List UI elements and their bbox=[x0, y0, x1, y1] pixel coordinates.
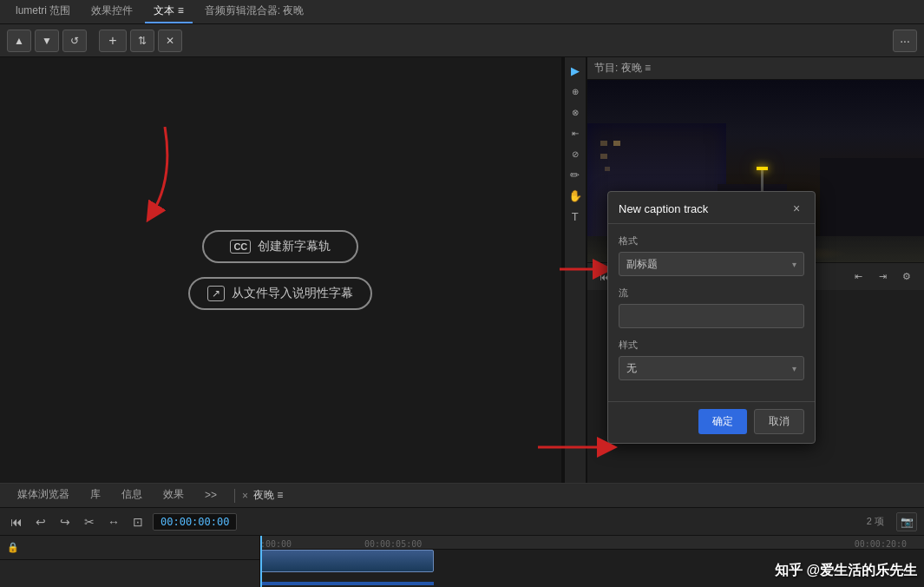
import-caption-button[interactable]: ↗ 从文件导入说明性字幕 bbox=[188, 277, 372, 310]
items-count: 2 项 bbox=[867, 515, 884, 528]
create-caption-label: 创建新字幕轨 bbox=[258, 239, 331, 254]
style-label: 样式 bbox=[619, 339, 804, 352]
format-dropdown[interactable]: 副标题 ▾ bbox=[619, 252, 804, 276]
up-button[interactable]: ▲ bbox=[7, 30, 31, 52]
dialog-header: New caption track × bbox=[608, 192, 815, 224]
ruler-mark-20: 00:00:20:0 bbox=[855, 536, 907, 550]
timeline-progress-bar bbox=[260, 582, 434, 585]
style-chevron-icon: ▾ bbox=[792, 364, 796, 373]
track-icon-group: 🔒 bbox=[7, 542, 19, 553]
tab-libraries[interactable]: 库 bbox=[80, 484, 111, 507]
confirm-button[interactable]: 确定 bbox=[698, 409, 747, 434]
remove-button[interactable]: ✕ bbox=[158, 30, 182, 52]
tab-text-underline: ≡ bbox=[178, 4, 184, 16]
tc-undo[interactable]: ↩ bbox=[31, 512, 50, 531]
ruler-mark-5: 00:00:05:00 bbox=[364, 536, 422, 550]
track-labels-panel: 🔒 bbox=[0, 536, 260, 587]
monitor-header: 节目: 夜晚 ≡ bbox=[587, 57, 924, 80]
type-tool-button[interactable]: T bbox=[566, 207, 585, 226]
adjust-button[interactable]: ⇅ bbox=[130, 30, 154, 52]
text-editor-toolbar: ▲ ▼ ↺ + ⇅ ✕ ··· bbox=[0, 24, 924, 57]
tab-effects[interactable]: 效果 bbox=[153, 484, 194, 507]
tc-razor[interactable]: ✂ bbox=[80, 512, 99, 531]
tab-audio-mixer[interactable]: 音频剪辑混合器: 夜晚 bbox=[196, 0, 313, 23]
pen-tool-button[interactable]: ✏ bbox=[566, 165, 585, 184]
stream-label: 流 bbox=[619, 287, 804, 300]
monitor-title: 节目: 夜晚 ≡ bbox=[594, 61, 651, 76]
hand-tool-button[interactable]: ✋ bbox=[566, 186, 585, 205]
more-options-button[interactable]: ··· bbox=[893, 30, 917, 52]
timeline-track-area: 🔒 :00:00 00:00:05:00 00:00:20:0 bbox=[0, 536, 924, 587]
tab-text[interactable]: 文本 ≡ bbox=[145, 0, 192, 23]
format-label: 格式 bbox=[619, 234, 804, 247]
bottom-tabs-bar: 媒体浏览器 库 信息 效果 >> × 夜晚 ≡ bbox=[0, 484, 924, 508]
monitor-settings-button[interactable]: ⚙ bbox=[896, 267, 917, 287]
stream-input[interactable] bbox=[619, 304, 804, 328]
refresh-button[interactable]: ↺ bbox=[62, 30, 87, 52]
top-tabs-bar: lumetri 范围 效果控件 文本 ≡ 音频剪辑混合器: 夜晚 bbox=[0, 0, 924, 24]
monitor-out-point-button[interactable]: ⇥ bbox=[872, 267, 893, 287]
dialog-footer: 确定 取消 bbox=[608, 401, 815, 443]
lift-button[interactable]: ⇤ bbox=[566, 123, 585, 142]
tab-text-label: 文本 bbox=[154, 4, 174, 16]
dialog-close-button[interactable]: × bbox=[789, 201, 804, 216]
format-value: 副标题 bbox=[626, 257, 658, 272]
track-lock-icon[interactable]: 🔒 bbox=[7, 542, 19, 553]
tc-move[interactable]: ↔ bbox=[104, 512, 123, 531]
timeline-ruler: :00:00 00:00:05:00 00:00:20:0 bbox=[260, 536, 924, 550]
playback-button[interactable]: ▶ bbox=[566, 61, 585, 80]
tc-slip[interactable]: ⊡ bbox=[128, 512, 147, 531]
style-value: 无 bbox=[626, 361, 637, 376]
timeline-playhead[interactable] bbox=[260, 536, 262, 587]
dialog-body: 格式 副标题 ▾ 流 样式 无 ▾ bbox=[608, 224, 815, 401]
tab-effects-control[interactable]: 效果控件 bbox=[82, 0, 141, 23]
create-caption-button[interactable]: CC 创建新字幕轨 bbox=[202, 230, 358, 263]
camera-icon[interactable]: 📷 bbox=[896, 512, 917, 531]
tc-go-start[interactable]: ⏮ bbox=[7, 512, 26, 531]
timeline-content-area: :00:00 00:00:05:00 00:00:20:0 bbox=[260, 536, 924, 587]
bottom-left-tabs: 媒体浏览器 库 信息 效果 >> bbox=[7, 484, 227, 507]
down-button[interactable]: ▼ bbox=[35, 30, 59, 52]
tc-redo[interactable]: ↪ bbox=[56, 512, 75, 531]
tab-divider bbox=[234, 489, 235, 503]
new-caption-track-dialog: New caption track × 格式 副标题 ▾ 流 样式 无 ▾ 确定… bbox=[607, 191, 816, 444]
timecode-display[interactable]: 00:00:00:00 bbox=[153, 513, 237, 531]
format-chevron-icon: ▾ bbox=[792, 260, 796, 269]
extract-button[interactable]: ⊘ bbox=[566, 144, 585, 163]
overwrite-button[interactable]: ⊗ bbox=[566, 102, 585, 122]
timeline-name-label: 夜晚 ≡ bbox=[253, 488, 283, 503]
cancel-button[interactable]: 取消 bbox=[754, 409, 804, 434]
caption-editor-panel: CC 创建新字幕轨 ↗ 从文件导入说明性字幕 bbox=[0, 57, 561, 483]
import-caption-label: 从文件导入说明性字幕 bbox=[232, 286, 353, 301]
annotation-arrow-1 bbox=[113, 127, 182, 234]
timeline-close-icon[interactable]: × bbox=[242, 490, 248, 502]
insert-edit-button[interactable]: ⊕ bbox=[566, 82, 585, 101]
timeline-controls-row: ⏮ ↩ ↪ ✂ ↔ ⊡ 00:00:00:00 2 项 📷 bbox=[0, 508, 924, 536]
tab-expand[interactable]: >> bbox=[194, 485, 227, 506]
tab-media-browser[interactable]: 媒体浏览器 bbox=[7, 484, 80, 507]
timeline-video-clip[interactable] bbox=[260, 550, 434, 572]
timeline-tab-group: × 夜晚 ≡ bbox=[242, 488, 283, 503]
add-button[interactable]: + bbox=[99, 30, 127, 52]
ruler-mark-0: :00:00 bbox=[260, 536, 292, 550]
tab-lumetri[interactable]: lumetri 范围 bbox=[7, 0, 79, 23]
track-label-row: 🔒 bbox=[0, 536, 259, 560]
dialog-title: New caption track bbox=[619, 202, 708, 215]
bottom-timeline-area: 媒体浏览器 库 信息 效果 >> × 夜晚 ≡ ⏮ ↩ ↪ ✂ ↔ ⊡ 00:0… bbox=[0, 483, 924, 587]
right-side-icons-toolbar: ▶ ⊕ ⊗ ⇤ ⊘ ✏ ✋ T bbox=[565, 57, 587, 483]
style-dropdown[interactable]: 无 ▾ bbox=[619, 356, 804, 380]
tab-info[interactable]: 信息 bbox=[111, 484, 153, 507]
import-icon: ↗ bbox=[207, 286, 225, 301]
monitor-in-point-button[interactable]: ⇤ bbox=[848, 267, 868, 287]
cc-icon: CC bbox=[230, 240, 251, 254]
